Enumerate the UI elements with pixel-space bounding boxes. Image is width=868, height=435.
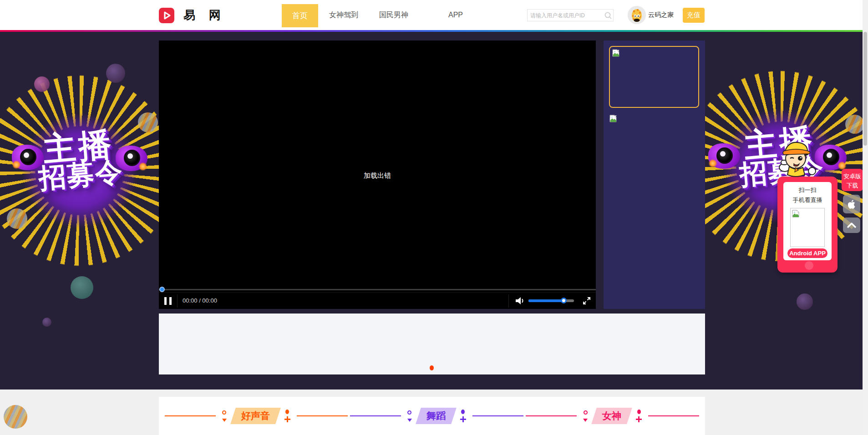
divider-line (526, 415, 577, 416)
deco-ball (7, 208, 27, 229)
apple-download-button[interactable] (843, 195, 860, 213)
qr-card: 扫一扫 手机看直播 Android APP (783, 182, 832, 260)
category-section: 好声音 舞蹈 女神 (0, 389, 868, 435)
deco-ball (34, 76, 50, 92)
nav-goddess[interactable]: 女神驾到 (329, 10, 358, 20)
page-scrollbar[interactable] (863, 0, 868, 435)
promo-background: 主播 招募令 主播 招募令 加载出错 00:00 / 00:00 (0, 32, 868, 389)
pause-button[interactable] (164, 297, 172, 305)
category-dance-label[interactable]: 舞蹈 (416, 408, 457, 424)
search-icon[interactable] (604, 11, 613, 20)
deco-ball (4, 405, 27, 429)
broken-image-icon (609, 115, 617, 122)
deco-ball (845, 115, 864, 134)
divider-line (350, 415, 401, 416)
time-display: 00:00 / 00:00 (183, 297, 217, 304)
deco-dot-plus (284, 410, 290, 422)
volume-handle[interactable] (561, 298, 567, 303)
android-app-button[interactable]: Android APP (787, 248, 827, 258)
divider-line (165, 415, 216, 416)
deco-ring-triangle (222, 410, 227, 422)
nav-app[interactable]: APP (448, 11, 463, 19)
deco-ball (71, 276, 93, 299)
search-box (527, 9, 614, 21)
search-input[interactable] (528, 10, 604, 21)
back-to-top-button[interactable] (843, 218, 860, 233)
qr-code-placeholder (790, 208, 825, 247)
broken-image-icon (792, 210, 800, 218)
broken-image-icon (612, 49, 620, 57)
volume-icon[interactable] (515, 296, 525, 305)
volume-fill (528, 299, 564, 302)
scrollbar-thumb[interactable] (863, 32, 867, 146)
player-error-text: 加载出错 (159, 172, 596, 180)
controls-divider (177, 294, 178, 308)
video-player[interactable]: 加载出错 00:00 / 00:00 (159, 40, 596, 309)
deco-dot-plus (636, 410, 642, 422)
nav-home[interactable]: 首页 (282, 4, 318, 27)
player-controls: 00:00 / 00:00 (159, 292, 596, 309)
seek-track[interactable] (159, 289, 596, 290)
category-goddess: 女神 (526, 408, 699, 424)
panel-deco-dot (805, 261, 813, 270)
mascot-cartoon (767, 135, 822, 180)
header: 易网 首页 女神驾到 国民男神 APP 云码之家 充值 (0, 0, 868, 30)
header-gradient-divider (0, 30, 868, 32)
apple-icon (846, 197, 858, 211)
qr-panel: 扫一扫 手机看直播 Android APP (777, 177, 838, 273)
chevron-down-icon[interactable] (669, 14, 674, 17)
recharge-button[interactable]: 充值 (683, 8, 705, 23)
carousel-indicator-dot[interactable] (430, 365, 434, 370)
left-promo-banner: 主播 招募令 (9, 125, 150, 194)
avatar[interactable] (628, 6, 646, 24)
banner-carousel[interactable] (159, 314, 705, 374)
deco-ball (797, 293, 813, 310)
live-sidebar (604, 40, 705, 309)
chevron-up-icon (846, 222, 857, 229)
sidebar-banner-slot[interactable] (609, 46, 699, 108)
divider-line (472, 415, 523, 416)
deco-ball (138, 112, 158, 132)
main-nav: 首页 女神驾到 国民男神 APP (282, 0, 484, 30)
volume-slider[interactable] (528, 299, 574, 302)
category-voice-label[interactable]: 好声音 (230, 408, 281, 424)
fullscreen-icon[interactable] (582, 296, 591, 305)
play-logo-icon (159, 8, 174, 23)
divider-line (297, 415, 348, 416)
deco-ball (106, 64, 125, 83)
category-goddess-label[interactable]: 女神 (591, 408, 632, 424)
category-dance: 舞蹈 (350, 408, 523, 424)
scan-text-1: 扫一扫 (783, 186, 832, 194)
site-title: 易网 (183, 7, 234, 23)
category-panel: 好声音 舞蹈 女神 (159, 397, 705, 435)
seek-handle[interactable] (159, 287, 165, 292)
site-logo[interactable]: 易网 (159, 7, 234, 23)
controls-divider (508, 294, 509, 308)
deco-ring-triangle (407, 410, 412, 422)
deco-ball (42, 318, 51, 327)
deco-ring-triangle (583, 410, 588, 422)
category-voice: 好声音 (165, 408, 348, 424)
deco-dot-plus (460, 410, 466, 422)
seek-bar[interactable] (159, 287, 596, 292)
giraffe-avatar-image (628, 6, 646, 24)
divider-line (648, 415, 699, 416)
nav-national-idol[interactable]: 国民男神 (379, 10, 408, 20)
android-download-tab[interactable]: 安卓版 下载 (842, 169, 863, 191)
scan-text-2: 手机看直播 (783, 196, 832, 204)
